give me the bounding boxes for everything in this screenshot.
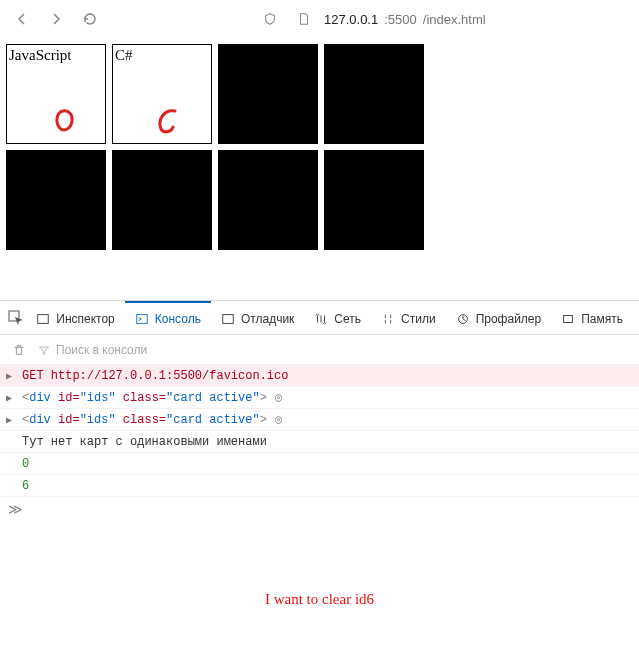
annotation-text: I want to clear id6 <box>0 591 639 608</box>
tab-console[interactable]: Консоль <box>125 301 211 335</box>
card-label: C# <box>115 47 133 64</box>
prompt-icon: ≫ <box>8 501 23 517</box>
page-content: JavaScript C# <box>0 38 639 256</box>
console-row-value[interactable]: 6 <box>0 475 639 497</box>
expand-arrow-icon[interactable]: ▶ <box>6 370 16 382</box>
tab-label: Стили <box>401 312 436 326</box>
tab-debugger[interactable]: Отладчик <box>211 301 304 335</box>
tab-memory[interactable]: Память <box>551 301 633 335</box>
svg-rect-2 <box>137 314 148 323</box>
tab-network[interactable]: Сеть <box>304 301 371 335</box>
svg-rect-5 <box>564 315 573 322</box>
tab-styles[interactable]: Стили <box>371 301 446 335</box>
card-hidden[interactable] <box>6 150 106 250</box>
clear-console-button[interactable] <box>8 339 30 361</box>
console-toolbar: Поиск в консоли <box>0 335 639 365</box>
svg-rect-1 <box>38 314 49 323</box>
scribble-six <box>151 105 185 137</box>
expand-arrow-icon[interactable]: ▶ <box>6 414 16 426</box>
url-port: :5500 <box>384 12 417 27</box>
search-placeholder: Поиск в консоли <box>56 343 147 357</box>
dom-target-icon[interactable]: ◎ <box>275 390 282 405</box>
tab-label: Отладчик <box>241 312 294 326</box>
tab-label: Инспектор <box>56 312 115 326</box>
console-prompt[interactable]: ≫ <box>0 497 639 521</box>
browser-toolbar: 127.0.0.1:5500/index.html <box>0 0 639 38</box>
console-row-network-error[interactable]: ▶ GET http://127.0.0.1:5500/favicon.ico <box>0 365 639 387</box>
page-icon <box>290 5 318 33</box>
card-hidden[interactable] <box>324 44 424 144</box>
card-hidden[interactable] <box>218 44 318 144</box>
card-hidden[interactable] <box>112 150 212 250</box>
console-row-dom[interactable]: ▶ <div id="ids" class="card active"> ◎ <box>0 409 639 431</box>
expand-arrow-icon[interactable]: ▶ <box>6 392 16 404</box>
console-row-dom[interactable]: ▶ <div id="ids" class="card active"> ◎ <box>0 387 639 409</box>
card-javascript[interactable]: JavaScript <box>6 44 106 144</box>
shield-icon[interactable] <box>256 5 284 33</box>
forward-button[interactable] <box>42 5 70 33</box>
log-value: 0 <box>22 457 29 471</box>
tab-profiler[interactable]: Профайлер <box>446 301 552 335</box>
card-csharp[interactable]: C# <box>112 44 212 144</box>
card-hidden[interactable] <box>218 150 318 250</box>
tab-label: Память <box>581 312 623 326</box>
tab-label: Сеть <box>334 312 361 326</box>
console-search[interactable]: Поиск в консоли <box>38 343 147 357</box>
log-value: 6 <box>22 479 29 493</box>
url-path: /index.html <box>423 12 486 27</box>
log-method: GET <box>22 369 51 383</box>
console-row-value[interactable]: 0 <box>0 453 639 475</box>
svg-rect-3 <box>223 314 234 323</box>
url-bar[interactable]: 127.0.0.1:5500/index.html <box>324 12 486 27</box>
devtools-tabs: Инспектор Консоль Отладчик Сеть Стили Пр… <box>0 301 639 335</box>
tab-label: Консоль <box>155 312 201 326</box>
card-grid: JavaScript C# <box>6 44 446 250</box>
dom-target-icon[interactable]: ◎ <box>275 412 282 427</box>
log-message: Тут нет карт с одинаковыми именами <box>22 435 267 449</box>
log-url: http://127.0.0.1:5500/favicon.ico <box>51 369 289 383</box>
element-picker-button[interactable] <box>6 305 26 331</box>
url-host: 127.0.0.1 <box>324 12 378 27</box>
reload-button[interactable] <box>76 5 104 33</box>
console-row-message[interactable]: Тут нет карт с одинаковыми именами <box>0 431 639 453</box>
console-output: ▶ GET http://127.0.0.1:5500/favicon.ico … <box>0 365 639 497</box>
tab-label: Профайлер <box>476 312 542 326</box>
scribble-zero <box>49 107 79 135</box>
devtools-panel: Инспектор Консоль Отладчик Сеть Стили Пр… <box>0 300 639 521</box>
card-label: JavaScript <box>9 47 71 64</box>
card-hidden[interactable] <box>324 150 424 250</box>
tab-inspector[interactable]: Инспектор <box>26 301 125 335</box>
back-button[interactable] <box>8 5 36 33</box>
